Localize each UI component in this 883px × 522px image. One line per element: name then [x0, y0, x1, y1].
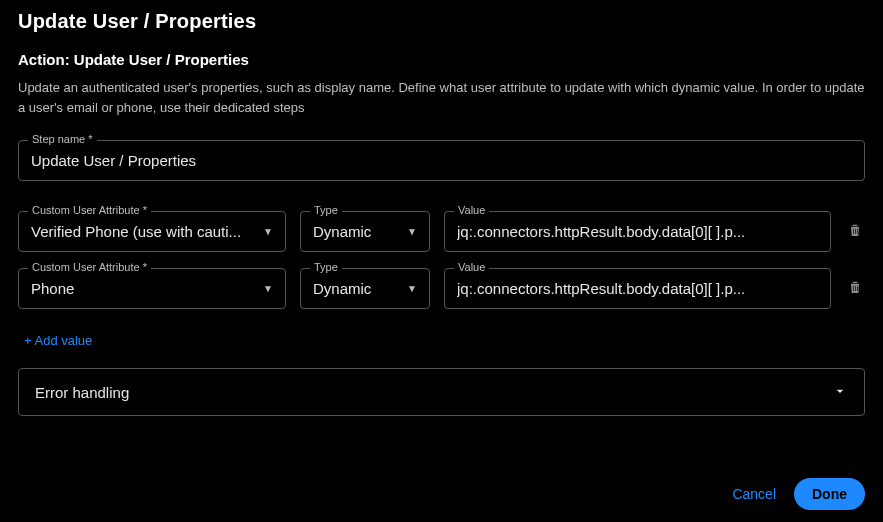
type-label: Type	[310, 204, 342, 216]
type-select[interactable]: Dynamic ▼	[300, 211, 430, 252]
custom-attr-select[interactable]: Phone ▼	[18, 268, 286, 309]
chevron-down-icon	[832, 383, 848, 402]
caret-down-icon: ▼	[263, 226, 273, 237]
value-label: Value	[454, 261, 489, 273]
caret-down-icon: ▼	[407, 283, 417, 294]
value-input[interactable]	[444, 268, 831, 309]
error-handling-accordion[interactable]: Error handling	[18, 368, 865, 416]
step-name-label: Step name *	[28, 133, 97, 145]
action-description: Update an authenticated user's propertie…	[18, 78, 865, 118]
dialog-title: Update User / Properties	[18, 10, 865, 33]
action-subtitle: Action: Update User / Properties	[18, 51, 865, 68]
custom-attr-label: Custom User Attribute *	[28, 261, 151, 273]
delete-row-button[interactable]	[845, 222, 865, 242]
accordion-title: Error handling	[35, 384, 129, 401]
type-value: Dynamic	[313, 223, 401, 240]
custom-attr-value: Phone	[31, 280, 257, 297]
delete-row-button[interactable]	[845, 279, 865, 299]
type-select[interactable]: Dynamic ▼	[300, 268, 430, 309]
step-name-row: Step name *	[18, 140, 865, 181]
caret-down-icon: ▼	[407, 226, 417, 237]
attribute-row: Custom User Attribute * Phone ▼ Type Dyn…	[18, 268, 865, 309]
done-button[interactable]: Done	[794, 478, 865, 510]
value-input[interactable]	[444, 211, 831, 252]
attribute-row: Custom User Attribute * Verified Phone (…	[18, 211, 865, 252]
cancel-button[interactable]: Cancel	[732, 486, 776, 502]
custom-attr-select[interactable]: Verified Phone (use with cauti... ▼	[18, 211, 286, 252]
trash-icon	[847, 278, 863, 299]
trash-icon	[847, 221, 863, 242]
type-label: Type	[310, 261, 342, 273]
caret-down-icon: ▼	[263, 283, 273, 294]
custom-attr-label: Custom User Attribute *	[28, 204, 151, 216]
custom-attr-value: Verified Phone (use with cauti...	[31, 223, 257, 240]
type-value: Dynamic	[313, 280, 401, 297]
dialog-footer: Cancel Done	[18, 466, 865, 522]
update-user-dialog: Update User / Properties Action: Update …	[0, 0, 883, 522]
add-value-link[interactable]: + Add value	[24, 333, 865, 348]
value-label: Value	[454, 204, 489, 216]
step-name-input[interactable]	[18, 140, 865, 181]
